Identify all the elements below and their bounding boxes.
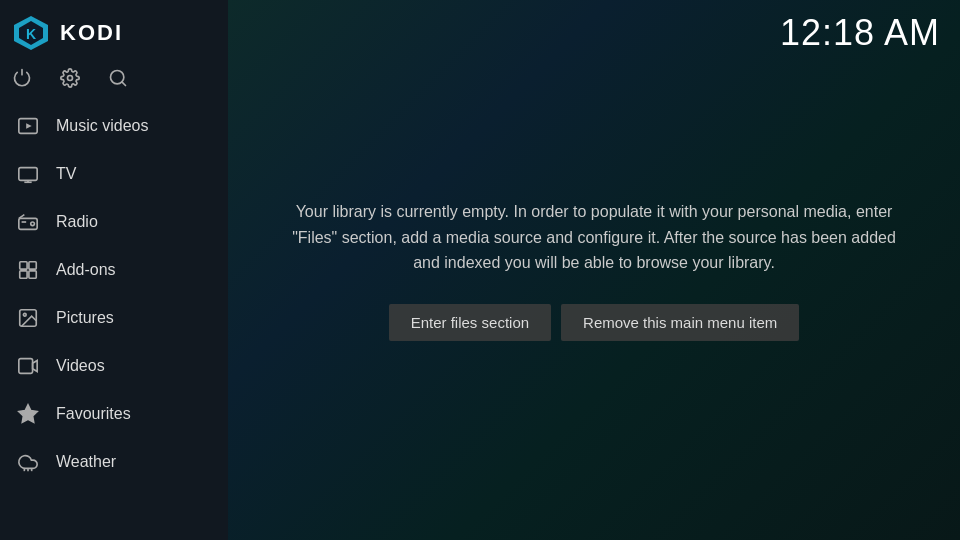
music-videos-icon xyxy=(14,112,42,140)
sidebar: K KODI xyxy=(0,0,228,540)
sidebar-item-music-videos-label: Music videos xyxy=(56,117,148,135)
sidebar-item-weather[interactable]: Weather xyxy=(0,438,228,486)
svg-point-20 xyxy=(23,313,26,316)
sidebar-item-radio[interactable]: Radio xyxy=(0,198,228,246)
app-title: KODI xyxy=(60,20,123,46)
videos-icon xyxy=(14,352,42,380)
clock-display: 12:18 AM xyxy=(780,12,940,54)
favourites-icon xyxy=(14,400,42,428)
sidebar-item-weather-label: Weather xyxy=(56,453,116,471)
weather-icon xyxy=(14,448,42,476)
sidebar-item-favourites[interactable]: Favourites xyxy=(0,390,228,438)
svg-rect-18 xyxy=(29,271,36,278)
svg-point-3 xyxy=(68,76,73,81)
content-area: Your library is currently empty. In orde… xyxy=(228,0,960,540)
svg-rect-16 xyxy=(29,262,36,269)
sidebar-item-tv-label: TV xyxy=(56,165,76,183)
svg-rect-15 xyxy=(20,262,27,269)
sidebar-item-pictures-label: Pictures xyxy=(56,309,114,327)
sidebar-item-add-ons[interactable]: Add-ons xyxy=(0,246,228,294)
nav-menu: Music videos TV R xyxy=(0,102,228,540)
sidebar-item-videos[interactable]: Videos xyxy=(0,342,228,390)
toolbar xyxy=(0,62,228,102)
svg-line-5 xyxy=(122,82,126,86)
settings-icon[interactable] xyxy=(60,68,80,88)
power-icon[interactable] xyxy=(12,68,32,88)
svg-rect-8 xyxy=(19,168,37,181)
sidebar-item-videos-label: Videos xyxy=(56,357,105,375)
svg-rect-21 xyxy=(19,359,33,374)
svg-marker-22 xyxy=(33,361,38,372)
main-content: 12:18 AM Your library is currently empty… xyxy=(228,0,960,540)
sidebar-item-radio-label: Radio xyxy=(56,213,98,231)
radio-icon xyxy=(14,208,42,236)
remove-menu-item-button[interactable]: Remove this main menu item xyxy=(561,304,799,341)
search-icon[interactable] xyxy=(108,68,128,88)
addons-icon xyxy=(14,256,42,284)
sidebar-item-music-videos[interactable]: Music videos xyxy=(0,102,228,150)
svg-rect-17 xyxy=(20,271,27,278)
empty-library-message: Your library is currently empty. In orde… xyxy=(288,199,900,276)
sidebar-item-add-ons-label: Add-ons xyxy=(56,261,116,279)
svg-point-12 xyxy=(31,222,35,226)
logo-area: K KODI xyxy=(0,0,228,62)
pictures-icon xyxy=(14,304,42,332)
sidebar-item-tv[interactable]: TV xyxy=(0,150,228,198)
svg-marker-7 xyxy=(26,123,32,129)
action-buttons: Enter files section Remove this main men… xyxy=(389,304,800,341)
sidebar-item-pictures[interactable]: Pictures xyxy=(0,294,228,342)
svg-text:K: K xyxy=(26,26,36,42)
tv-icon xyxy=(14,160,42,188)
sidebar-item-favourites-label: Favourites xyxy=(56,405,131,423)
svg-marker-23 xyxy=(19,405,37,422)
enter-files-button[interactable]: Enter files section xyxy=(389,304,551,341)
kodi-logo-icon: K xyxy=(12,14,50,52)
